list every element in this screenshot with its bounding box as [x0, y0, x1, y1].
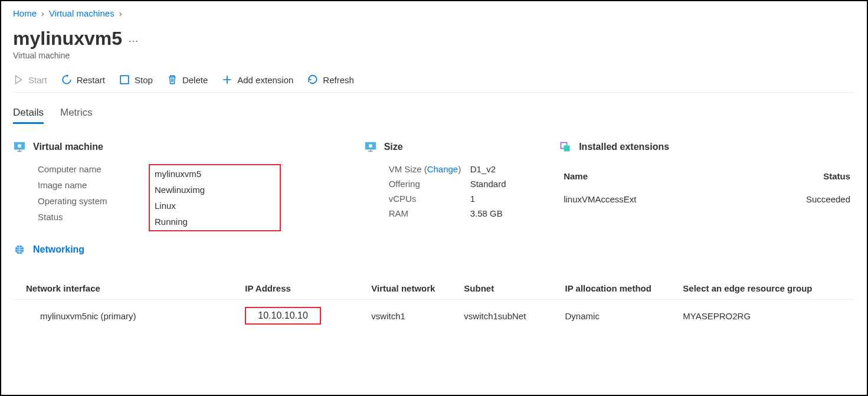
label-vcpus: vCPUs	[364, 194, 470, 204]
extension-icon	[559, 140, 572, 153]
net-nic: mylinuxvm5nic (primary)	[13, 300, 240, 332]
value-ram: 3.58 GB	[470, 208, 536, 218]
refresh-label: Refresh	[323, 75, 354, 85]
refresh-button[interactable]: Refresh	[307, 74, 354, 85]
tab-details[interactable]: Details	[13, 103, 44, 124]
section-vm-title: Virtual machine	[33, 142, 103, 152]
net-header-vnet: Virtual network	[366, 277, 459, 300]
label-os: Operating system	[13, 196, 149, 206]
value-status: Running	[155, 217, 275, 228]
vm-icon	[13, 140, 26, 153]
label-computer-name: Computer name	[13, 164, 149, 174]
ext-header-status: Status	[739, 165, 854, 187]
net-edge: MYASEPRO2RG	[678, 300, 855, 332]
stop-icon	[119, 74, 130, 85]
breadcrumb: Home › Virtual machines ›	[13, 8, 855, 18]
value-os: Linux	[155, 201, 275, 211]
svg-rect-2	[18, 144, 21, 148]
net-ip-highlight: 10.10.10.10	[245, 307, 321, 325]
svg-rect-7	[369, 144, 372, 148]
chevron-right-icon: ›	[41, 8, 44, 18]
value-vcpus: 1	[470, 194, 536, 204]
refresh-icon	[307, 74, 318, 85]
play-icon	[13, 74, 24, 85]
extensions-table: Name Status linuxVMAccessExt Succeeded	[559, 164, 855, 211]
page-title: mylinuxvm5	[13, 28, 122, 50]
section-extensions-title: Installed extensions	[579, 142, 669, 152]
section-networking-header[interactable]: Networking	[13, 243, 340, 256]
value-image-name: Newlinuximg	[155, 185, 275, 195]
page-subtitle: Virtual machine	[13, 51, 855, 60]
ext-status: Succeeded	[739, 188, 854, 210]
networking-table: Network interface IP Address Virtual net…	[13, 277, 855, 332]
label-status: Status	[13, 212, 149, 222]
label-vm-size: VM Size (Change)	[364, 164, 470, 174]
restart-icon	[61, 74, 72, 85]
globe-icon	[13, 243, 26, 256]
trash-icon	[167, 74, 178, 85]
label-vm-size-text: VM Size	[389, 164, 422, 174]
net-ip-cell: 10.10.10.10	[240, 300, 366, 332]
restart-label: Restart	[77, 75, 105, 85]
vm-icon	[364, 140, 377, 153]
section-size-header: Size	[364, 140, 536, 153]
restart-button[interactable]: Restart	[61, 74, 105, 85]
svg-rect-0	[120, 76, 129, 84]
value-offering: Standard	[470, 179, 536, 189]
ext-header-name: Name	[560, 165, 738, 187]
chevron-right-icon: ›	[119, 8, 122, 18]
add-extension-button[interactable]: Add extension	[222, 74, 293, 85]
net-header-ip: IP Address	[240, 277, 366, 300]
svg-rect-9	[370, 150, 371, 152]
breadcrumb-home[interactable]: Home	[13, 8, 37, 18]
net-header-alloc: IP allocation method	[561, 277, 679, 300]
net-alloc: Dynamic	[561, 300, 679, 332]
net-header-edge: Select an edge resource group	[678, 277, 855, 300]
svg-rect-11	[564, 146, 570, 152]
start-label: Start	[28, 75, 47, 85]
label-image-name: Image name	[13, 180, 149, 190]
vm-values-highlight: mylinuxvm5 Newlinuximg Linux Running	[149, 164, 281, 231]
delete-label: Delete	[182, 75, 208, 85]
breadcrumb-vms[interactable]: Virtual machines	[49, 8, 114, 18]
svg-rect-4	[19, 150, 20, 152]
network-row[interactable]: mylinuxvm5nic (primary) 10.10.10.10 vswi…	[13, 300, 855, 332]
net-subnet: vswitch1subNet	[459, 300, 560, 332]
value-vm-size: D1_v2	[470, 164, 536, 174]
net-header-subnet: Subnet	[459, 277, 560, 300]
section-vm-header: Virtual machine	[13, 140, 340, 153]
add-extension-label: Add extension	[237, 75, 293, 85]
delete-button[interactable]: Delete	[167, 74, 208, 85]
net-header-nic: Network interface	[13, 277, 240, 300]
change-size-link[interactable]: Change	[427, 164, 458, 174]
extension-row[interactable]: linuxVMAccessExt Succeeded	[560, 188, 854, 210]
toolbar: Start Restart Stop Delete Add extension …	[13, 71, 855, 93]
tab-metrics[interactable]: Metrics	[60, 103, 93, 124]
label-ram: RAM	[364, 208, 470, 218]
section-extensions-header: Installed extensions	[559, 140, 855, 153]
plus-icon	[222, 74, 232, 85]
stop-button[interactable]: Stop	[119, 74, 153, 85]
stop-label: Stop	[135, 75, 153, 85]
net-vnet: vswitch1	[366, 300, 459, 332]
value-computer-name: mylinuxvm5	[155, 168, 275, 179]
label-offering: Offering	[364, 179, 470, 189]
section-size-title: Size	[384, 142, 403, 152]
section-networking-title: Networking	[33, 244, 84, 255]
more-actions-button[interactable]: …	[128, 32, 140, 45]
tabs: Details Metrics	[13, 103, 855, 124]
ext-name: linuxVMAccessExt	[560, 188, 738, 210]
start-button: Start	[13, 74, 47, 85]
